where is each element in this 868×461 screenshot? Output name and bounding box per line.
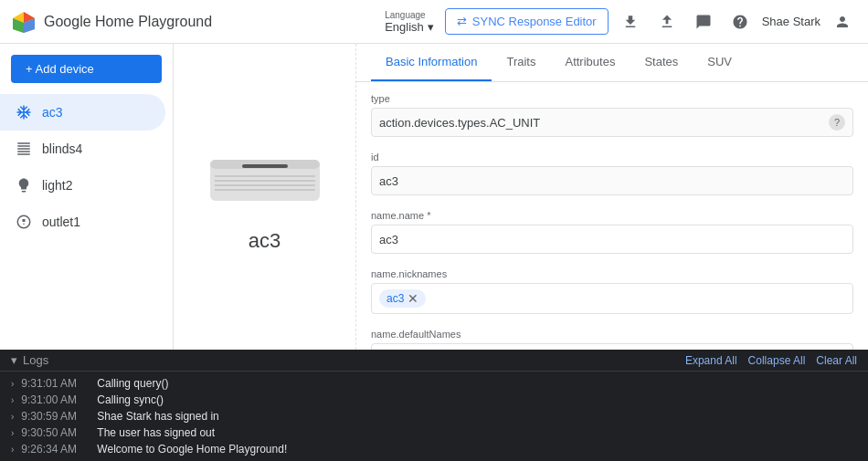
remove-nickname-button[interactable]: ✕: [408, 291, 418, 306]
sidebar-item-blinds4[interactable]: blinds4: [0, 131, 165, 167]
log-entry: › 9:30:50 AM The user has signed out: [0, 424, 868, 441]
logo-icon: [11, 9, 37, 35]
snowflake-icon: [15, 103, 33, 121]
logs-toggle-button[interactable]: ▾ Logs: [11, 353, 48, 367]
logs-actions: Expand All Collapse All Clear All: [685, 354, 857, 367]
device-list-sidebar: + Add device ac3 blinds4 light2: [0, 44, 174, 350]
sidebar-item-ac3-label: ac3: [42, 105, 63, 120]
chevron-down-icon: ▾: [428, 20, 434, 34]
type-field: type action.devices.types.AC_UNIT ?: [371, 93, 853, 137]
add-device-button[interactable]: + Add device: [11, 55, 162, 83]
tab-basic-information[interactable]: Basic Information: [371, 44, 492, 81]
logs-area: ▾ Logs Expand All Collapse All Clear All…: [0, 350, 868, 461]
account-icon-button[interactable]: [828, 7, 857, 37]
device-preview-panel: ac3: [174, 44, 356, 350]
id-field-value: ac3: [371, 166, 853, 195]
log-text: The user has signed out: [97, 426, 215, 439]
svg-rect-15: [242, 164, 288, 168]
type-field-label: type: [371, 93, 853, 104]
log-text: Calling sync(): [97, 393, 164, 406]
log-expand-icon[interactable]: ›: [11, 395, 14, 405]
log-text: Calling query(): [97, 377, 168, 390]
app-logo: Google Home Playground: [11, 9, 212, 35]
ac-unit-image: [206, 146, 324, 210]
sync-icon: ⇄: [457, 15, 467, 28]
nicknames-field-label: name.nicknames: [371, 268, 853, 279]
svg-rect-10: [23, 219, 25, 222]
svg-rect-17: [215, 180, 315, 182]
log-time: 9:30:50 AM: [21, 426, 90, 439]
name-field: name.name * ac3: [371, 210, 853, 254]
log-entry: › 9:26:34 AM Welcome to Google Home Play…: [0, 441, 868, 457]
svg-rect-16: [215, 175, 315, 177]
log-time: 9:30:59 AM: [21, 410, 90, 423]
nickname-chip-ac3: ac3 ✕: [379, 289, 426, 308]
language-select[interactable]: English ▾: [385, 20, 434, 34]
blinds-icon: [15, 140, 33, 158]
collapse-all-button[interactable]: Collapse All: [748, 354, 806, 367]
topbar: Google Home Playground Language English …: [0, 0, 868, 44]
chat-icon-button[interactable]: [689, 7, 718, 37]
log-expand-icon[interactable]: ›: [11, 445, 14, 455]
lightbulb-icon: [15, 176, 33, 194]
sync-response-editor-button[interactable]: ⇄ SYNC Response Editor: [445, 8, 609, 35]
sidebar-item-blinds4-label: blinds4: [42, 141, 82, 156]
id-field: id ac3: [371, 152, 853, 195]
log-time: 9:31:00 AM: [21, 393, 90, 406]
help-icon-button[interactable]: [725, 7, 755, 37]
name-field-label: name.name *: [371, 210, 853, 221]
svg-rect-7: [17, 151, 30, 152]
user-name: Shae Stark: [762, 15, 820, 28]
sidebar-item-light2[interactable]: light2: [0, 167, 165, 204]
type-help-icon[interactable]: ?: [829, 114, 845, 131]
log-entry: › 9:31:01 AM Calling query(): [0, 375, 868, 392]
device-image: [206, 141, 324, 215]
content-area: ac3 Basic Information Traits Attributes …: [174, 44, 868, 350]
chevron-down-icon: ▾: [11, 353, 17, 367]
log-text: Shae Stark has signed in: [97, 410, 218, 423]
log-expand-icon[interactable]: ›: [11, 412, 14, 422]
export-icon-button[interactable]: [616, 7, 645, 37]
tab-suv[interactable]: SUV: [693, 44, 746, 81]
svg-rect-19: [215, 189, 315, 191]
expand-all-button[interactable]: Expand All: [685, 354, 737, 367]
device-preview-label: ac3: [249, 229, 281, 253]
device-info-tabs: Basic Information Traits Attributes Stat…: [356, 44, 868, 82]
nicknames-field-value[interactable]: ac3 ✕: [371, 283, 853, 314]
tab-attributes[interactable]: Attributes: [550, 44, 630, 81]
download-icon-button[interactable]: [652, 7, 682, 37]
sidebar-item-light2-label: light2: [42, 178, 72, 193]
svg-rect-8: [17, 153, 30, 155]
sidebar-item-ac3[interactable]: ac3: [0, 94, 165, 131]
svg-rect-5: [17, 145, 30, 147]
log-expand-icon[interactable]: ›: [11, 428, 14, 438]
log-entry: › 9:31:00 AM Calling sync(): [0, 392, 868, 408]
defaultnames-field-label: name.defaultNames: [371, 329, 853, 340]
language-label: Language: [385, 10, 426, 20]
svg-rect-6: [17, 148, 30, 150]
log-entry: › 9:30:59 AM Shae Stark has signed in: [0, 408, 868, 424]
svg-rect-18: [215, 184, 315, 186]
app-title: Google Home Playground: [44, 14, 212, 30]
nicknames-field: name.nicknames ac3 ✕: [371, 268, 853, 314]
language-section: Language English ▾: [385, 10, 434, 34]
id-field-label: id: [371, 152, 853, 162]
log-time: 9:31:01 AM: [21, 377, 90, 390]
tab-states[interactable]: States: [630, 44, 693, 81]
basic-information-form: type action.devices.types.AC_UNIT ? id a…: [356, 82, 868, 350]
tab-traits[interactable]: Traits: [492, 44, 550, 81]
device-info-panel: Basic Information Traits Attributes Stat…: [356, 44, 868, 350]
svg-rect-4: [17, 142, 30, 144]
clear-all-button[interactable]: Clear All: [816, 354, 857, 367]
log-expand-icon[interactable]: ›: [11, 379, 14, 389]
logs-content: › 9:31:01 AM Calling query() › 9:31:00 A…: [0, 372, 868, 461]
sidebar-item-outlet1[interactable]: outlet1: [0, 204, 165, 240]
defaultnames-field: name.defaultNames: [371, 329, 853, 350]
logs-header: ▾ Logs Expand All Collapse All Clear All: [0, 350, 868, 372]
outlet-icon: [15, 213, 33, 231]
logs-label: Logs: [23, 353, 48, 367]
defaultnames-field-value[interactable]: [371, 343, 853, 350]
type-field-value: action.devices.types.AC_UNIT ?: [371, 108, 853, 137]
name-field-value[interactable]: ac3: [371, 225, 853, 254]
log-time: 9:26:34 AM: [21, 443, 90, 456]
